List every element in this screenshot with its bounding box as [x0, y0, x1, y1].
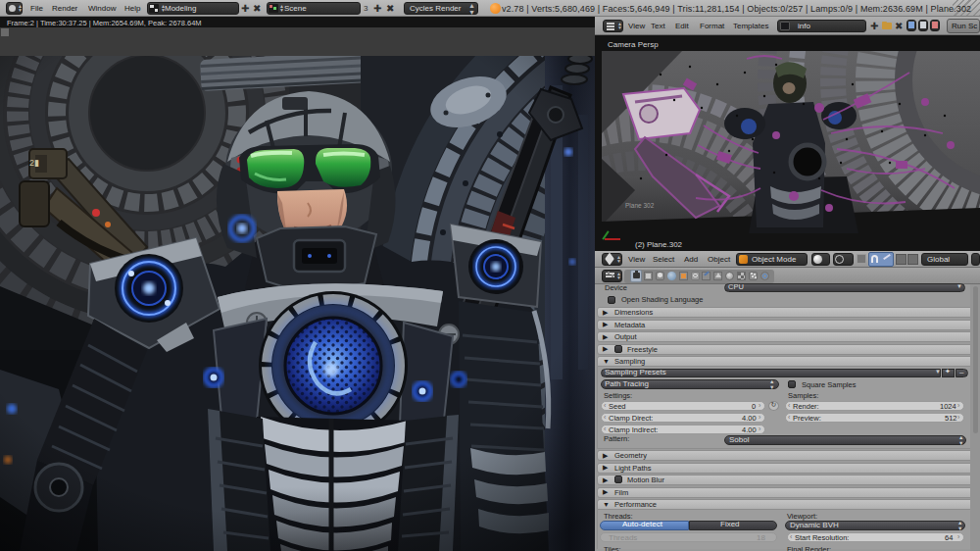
- svg-text:Plane 302: Plane 302: [625, 202, 655, 209]
